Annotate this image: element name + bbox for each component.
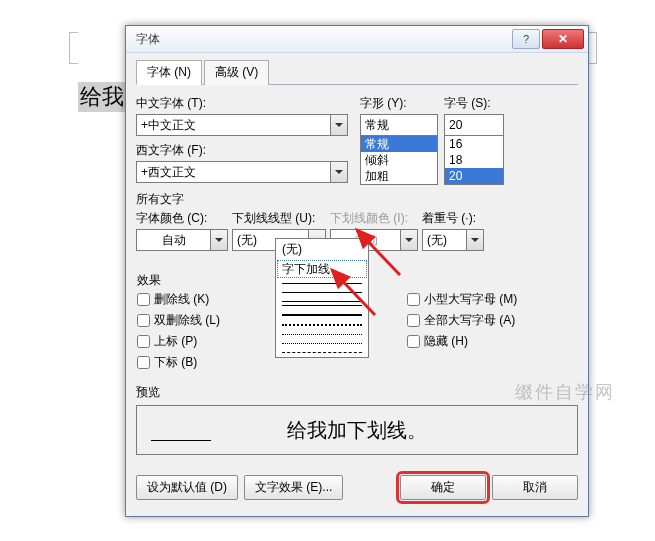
smallcaps-input[interactable] bbox=[407, 293, 420, 306]
dialog-title: 字体 bbox=[136, 31, 510, 48]
smallcaps-label: 小型大写字母 (M) bbox=[424, 291, 517, 308]
dropdown-item-line-single2[interactable] bbox=[276, 288, 368, 297]
preview-text: 给我加下划线。 bbox=[287, 417, 427, 444]
all-text-label: 所有文字 bbox=[136, 191, 578, 208]
tab-advanced-label: 高级 (V) bbox=[215, 65, 258, 79]
chinese-font-value: +中文正文 bbox=[137, 117, 330, 134]
super-checkbox[interactable]: 上标 (P) bbox=[137, 333, 287, 350]
style-option-italic[interactable]: 倾斜 bbox=[361, 152, 437, 168]
style-input[interactable]: 常规 bbox=[360, 114, 438, 135]
tab-font[interactable]: 字体 (N) bbox=[136, 60, 202, 85]
text-effects-label: 文字效果 (E)... bbox=[255, 480, 332, 494]
allcaps-input[interactable] bbox=[407, 314, 420, 327]
underline-style-dropdown[interactable]: (无) 字下加线 bbox=[275, 238, 369, 358]
western-font-value: +西文正文 bbox=[137, 164, 330, 181]
dropdown-item-line-double[interactable] bbox=[276, 297, 368, 310]
text-effects-button[interactable]: 文字效果 (E)... bbox=[244, 475, 343, 500]
strike-input[interactable] bbox=[137, 293, 150, 306]
dropdown-item-line-dotted2[interactable] bbox=[276, 330, 368, 339]
size-listbox[interactable]: 16 18 20 bbox=[444, 135, 504, 185]
dblstrike-label: 双删除线 (L) bbox=[154, 312, 220, 329]
hidden-label: 隐藏 (H) bbox=[424, 333, 468, 350]
font-color-value: 自动 bbox=[137, 232, 210, 249]
size-label: 字号 (S): bbox=[444, 95, 491, 112]
set-default-button[interactable]: 设为默认值 (D) bbox=[136, 475, 238, 500]
style-value: 常规 bbox=[361, 117, 437, 134]
chinese-font-label: 中文字体 (T): bbox=[136, 95, 206, 112]
smallcaps-checkbox[interactable]: 小型大写字母 (M) bbox=[407, 291, 517, 308]
emphasis-label: 着重号 (·): bbox=[422, 210, 484, 227]
dropdown-item-line-dotted3[interactable] bbox=[276, 339, 368, 348]
chevron-down-icon bbox=[466, 230, 483, 250]
hidden-input[interactable] bbox=[407, 335, 420, 348]
chevron-down-icon bbox=[330, 115, 347, 135]
tab-font-label: 字体 (N) bbox=[147, 65, 191, 79]
close-button[interactable]: ✕ bbox=[542, 29, 584, 49]
tab-advanced[interactable]: 高级 (V) bbox=[204, 60, 269, 85]
hidden-checkbox[interactable]: 隐藏 (H) bbox=[407, 333, 517, 350]
style-label: 字形 (Y): bbox=[360, 95, 407, 112]
cancel-label: 取消 bbox=[523, 480, 547, 494]
dblstrike-checkbox[interactable]: 双删除线 (L) bbox=[137, 312, 287, 329]
size-option-18[interactable]: 18 bbox=[445, 152, 503, 168]
ruler-mark-left bbox=[69, 32, 78, 64]
western-font-combo[interactable]: +西文正文 bbox=[136, 161, 348, 183]
underline-color-label: 下划线颜色 (I): bbox=[330, 210, 418, 227]
strike-label: 删除线 (K) bbox=[154, 291, 209, 308]
preview-label: 预览 bbox=[136, 384, 578, 401]
ruler-mark-right bbox=[588, 32, 597, 64]
sub-label: 下标 (B) bbox=[154, 354, 197, 371]
tab-strip: 字体 (N) 高级 (V) bbox=[136, 59, 578, 85]
style-listbox[interactable]: 常规 倾斜 加粗 bbox=[360, 135, 438, 185]
dropdown-item-line-thick[interactable] bbox=[276, 310, 368, 320]
font-color-label: 字体颜色 (C): bbox=[136, 210, 228, 227]
dropdown-item-line-dotted[interactable] bbox=[276, 320, 368, 330]
chevron-down-icon bbox=[210, 230, 227, 250]
titlebar[interactable]: 字体 ? ✕ bbox=[126, 26, 588, 53]
sub-checkbox[interactable]: 下标 (B) bbox=[137, 354, 287, 371]
help-button[interactable]: ? bbox=[512, 29, 540, 49]
font-color-combo[interactable]: 自动 bbox=[136, 229, 228, 251]
style-option-regular[interactable]: 常规 bbox=[361, 136, 437, 152]
super-label: 上标 (P) bbox=[154, 333, 197, 350]
western-font-label: 西文字体 (F): bbox=[136, 142, 206, 159]
allcaps-label: 全部大写字母 (A) bbox=[424, 312, 515, 329]
close-icon: ✕ bbox=[558, 32, 568, 46]
ok-button[interactable]: 确定 bbox=[400, 475, 486, 500]
set-default-label: 设为默认值 (D) bbox=[147, 480, 227, 494]
chevron-down-icon bbox=[400, 230, 417, 250]
dropdown-item-none[interactable]: (无) bbox=[276, 239, 368, 259]
super-input[interactable] bbox=[137, 335, 150, 348]
cancel-button[interactable]: 取消 bbox=[492, 475, 578, 500]
dblstrike-input[interactable] bbox=[137, 314, 150, 327]
size-option-20[interactable]: 20 bbox=[445, 168, 503, 184]
watermark: 缀件自学网 bbox=[515, 380, 615, 404]
strike-checkbox[interactable]: 删除线 (K) bbox=[137, 291, 287, 308]
allcaps-checkbox[interactable]: 全部大写字母 (A) bbox=[407, 312, 517, 329]
size-option-16[interactable]: 16 bbox=[445, 136, 503, 152]
preview-box: 给我加下划线。 bbox=[136, 405, 578, 455]
underline-style-label: 下划线线型 (U): bbox=[232, 210, 326, 227]
ok-label: 确定 bbox=[431, 480, 455, 494]
style-option-bold[interactable]: 加粗 bbox=[361, 168, 437, 184]
size-input[interactable]: 20 bbox=[444, 114, 504, 135]
document-selected-text: 给我 bbox=[78, 82, 126, 112]
chevron-down-icon bbox=[330, 162, 347, 182]
emphasis-value: (无) bbox=[423, 232, 466, 249]
emphasis-combo[interactable]: (无) bbox=[422, 229, 484, 251]
sub-input[interactable] bbox=[137, 356, 150, 369]
dropdown-item-word-underline[interactable]: 字下加线 bbox=[276, 259, 368, 279]
chinese-font-combo[interactable]: +中文正文 bbox=[136, 114, 348, 136]
dropdown-item-line-single[interactable] bbox=[276, 279, 368, 288]
preview-underline bbox=[151, 440, 211, 441]
size-value: 20 bbox=[445, 118, 503, 132]
dropdown-item-line-dashed[interactable] bbox=[276, 348, 368, 357]
